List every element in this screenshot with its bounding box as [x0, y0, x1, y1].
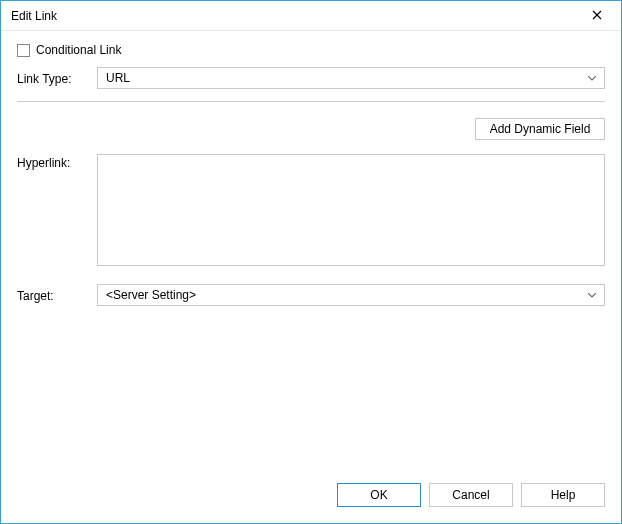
chevron-down-icon: [584, 70, 600, 86]
section-divider: [17, 101, 605, 102]
conditional-link-row: Conditional Link: [17, 43, 605, 57]
close-icon: [592, 9, 602, 23]
link-type-row: Link Type: URL: [17, 67, 605, 89]
target-row: Target: <Server Setting>: [17, 284, 605, 306]
conditional-link-checkbox[interactable]: [17, 44, 30, 57]
link-type-value: URL: [106, 71, 130, 85]
close-button[interactable]: [581, 4, 613, 28]
ok-button[interactable]: OK: [337, 483, 421, 507]
hyperlink-input[interactable]: [97, 154, 605, 266]
help-label: Help: [551, 488, 576, 502]
hyperlink-row: Hyperlink:: [17, 154, 605, 266]
add-dynamic-field-label: Add Dynamic Field: [490, 122, 591, 136]
chevron-down-icon: [584, 287, 600, 303]
target-select[interactable]: <Server Setting>: [97, 284, 605, 306]
conditional-link-label: Conditional Link: [36, 43, 121, 57]
add-dynamic-field-row: Add Dynamic Field: [17, 118, 605, 140]
help-button[interactable]: Help: [521, 483, 605, 507]
cancel-label: Cancel: [452, 488, 489, 502]
hyperlink-label: Hyperlink:: [17, 154, 97, 170]
button-bar: OK Cancel Help: [1, 479, 621, 523]
link-type-label: Link Type:: [17, 70, 97, 86]
target-value: <Server Setting>: [106, 288, 196, 302]
cancel-button[interactable]: Cancel: [429, 483, 513, 507]
target-label: Target:: [17, 287, 97, 303]
ok-label: OK: [370, 488, 387, 502]
dialog-content: Conditional Link Link Type: URL Add Dyna…: [1, 31, 621, 479]
add-dynamic-field-button[interactable]: Add Dynamic Field: [475, 118, 605, 140]
title-text: Edit Link: [11, 9, 57, 23]
title-bar: Edit Link: [1, 1, 621, 31]
link-type-select[interactable]: URL: [97, 67, 605, 89]
